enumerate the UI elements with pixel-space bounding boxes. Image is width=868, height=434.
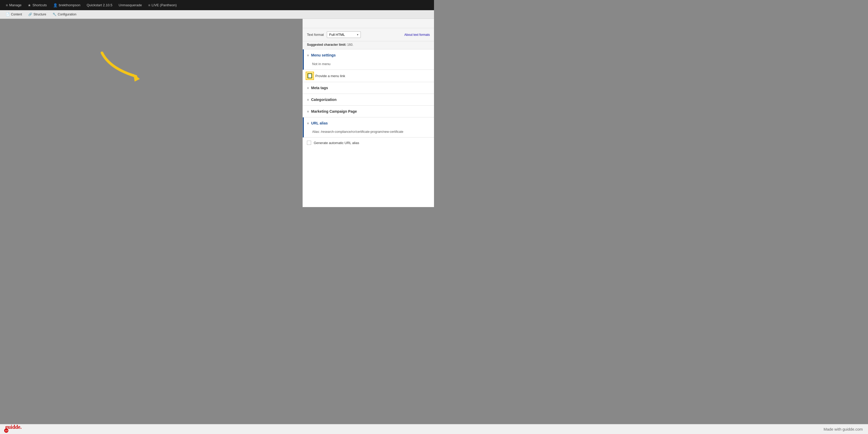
categorization-chevron: ∨ — [307, 98, 309, 101]
editor-top-area — [303, 19, 434, 28]
meta-tags-section: ∨ Meta tags — [303, 82, 434, 94]
manage-button[interactable]: ≡ Manage — [3, 0, 25, 10]
menu-settings-title: Menu settings — [311, 53, 336, 57]
manage-label: Manage — [9, 3, 22, 7]
marketing-campaign-chevron: ∨ — [307, 110, 309, 113]
svg-marker-0 — [133, 74, 140, 82]
meta-tags-title: Meta tags — [311, 86, 328, 90]
provide-menu-link-row: Provide a menu link — [303, 70, 434, 82]
text-format-label: Text format — [307, 33, 324, 37]
user-label: brekthompson — [59, 3, 80, 7]
quickstart-button[interactable]: Quickstart 2.10.5 — [84, 0, 115, 10]
shortcuts-button[interactable]: ★ Shortcuts — [25, 0, 50, 10]
configuration-nav-label: Configuration — [58, 12, 76, 16]
menu-settings-section: ∧ Menu settings Not in menu — [303, 50, 434, 70]
structure-icon: 🔗 — [28, 12, 32, 16]
menu-settings-chevron-up: ∧ — [307, 54, 309, 57]
content-nav-item[interactable]: 📄 Content — [3, 10, 25, 19]
configuration-icon: 🔧 — [53, 12, 57, 16]
char-limit-row: Suggested character limit: 160. — [303, 41, 434, 50]
generate-alias-row: Generate automatic URL alias — [303, 137, 434, 148]
text-format-select[interactable]: Full HTML Basic HTML Plain text — [327, 31, 361, 38]
shortcuts-label: Shortcuts — [32, 3, 47, 7]
char-limit-value: 160. — [347, 43, 353, 46]
categorization-header[interactable]: ∨ Categorization — [303, 94, 434, 105]
content-nav-label: Content — [11, 12, 22, 16]
url-alias-chevron-up: ∧ — [307, 122, 309, 125]
unmasquerade-label: Unmasquerade — [119, 3, 142, 7]
marketing-campaign-header[interactable]: ∨ Marketing Campaign Page — [303, 105, 434, 117]
provide-menu-link-label: Provide a menu link — [315, 74, 345, 78]
content-icon: 📄 — [6, 12, 10, 16]
provide-menu-link-checkbox[interactable] — [307, 73, 313, 79]
marketing-campaign-title: Marketing Campaign Page — [311, 109, 357, 114]
main-content: Text format Full HTML Basic HTML Plain t… — [0, 19, 434, 207]
configuration-nav-item[interactable]: 🔧 Configuration — [50, 10, 80, 19]
about-text-formats-link[interactable]: About text formats — [404, 33, 430, 37]
text-format-select-wrapper: Full HTML Basic HTML Plain text — [327, 31, 361, 38]
quickstart-label: Quickstart 2.10.5 — [87, 3, 112, 7]
menu-settings-header[interactable]: ∧ Menu settings — [304, 50, 434, 61]
unmasquerade-button[interactable]: Unmasquerade — [116, 0, 145, 10]
generate-alias-label: Generate automatic URL alias — [314, 141, 359, 145]
url-alias-header[interactable]: ∧ URL alias — [304, 117, 434, 129]
user-icon: 👤 — [53, 3, 58, 7]
admin-bar: ≡ Manage ★ Shortcuts 👤 brekthompson Quic… — [0, 0, 434, 10]
arrow-annotation — [94, 48, 152, 89]
structure-nav-item[interactable]: 🔗 Structure — [25, 10, 50, 19]
categorization-title: Categorization — [311, 97, 337, 102]
list-icon: ≡ — [148, 3, 150, 7]
text-format-row: Text format Full HTML Basic HTML Plain t… — [303, 28, 434, 41]
categorization-section: ∨ Categorization — [303, 94, 434, 105]
url-alias-section: ∧ URL alias Alias: /research-compliance/… — [303, 117, 434, 137]
structure-nav-label: Structure — [33, 12, 46, 16]
char-limit-label: Suggested character limit: — [307, 43, 346, 46]
hamburger-icon: ≡ — [6, 3, 8, 7]
left-area — [0, 19, 303, 207]
url-alias-value: Alias: /research-compliance/rcr/certific… — [312, 130, 403, 133]
generate-alias-checkbox[interactable] — [307, 141, 311, 145]
live-label: LIVE (Pantheon) — [152, 3, 177, 7]
url-alias-body: Alias: /research-compliance/rcr/certific… — [304, 129, 434, 137]
live-button[interactable]: ≡ LIVE (Pantheon) — [145, 0, 180, 10]
menu-settings-body: Not in menu — [304, 61, 434, 69]
secondary-nav: 📄 Content 🔗 Structure 🔧 Configuration — [0, 10, 434, 19]
star-icon: ★ — [28, 3, 31, 7]
menu-settings-status: Not in menu — [312, 62, 331, 66]
meta-tags-header[interactable]: ∨ Meta tags — [303, 82, 434, 94]
right-sidebar: Text format Full HTML Basic HTML Plain t… — [303, 19, 434, 207]
meta-tags-chevron: ∨ — [307, 86, 309, 90]
url-alias-title: URL alias — [311, 121, 328, 125]
marketing-campaign-section: ∨ Marketing Campaign Page — [303, 105, 434, 117]
user-button[interactable]: 👤 brekthompson — [50, 0, 84, 10]
